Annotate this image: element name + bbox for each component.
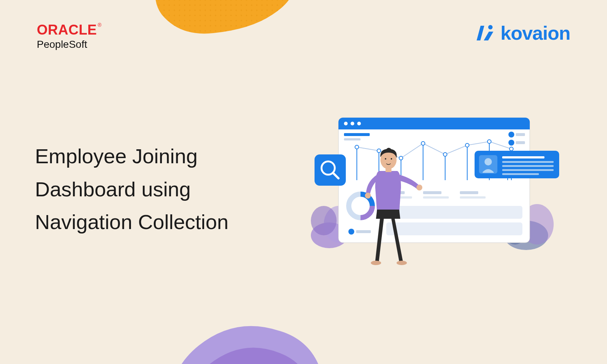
svg-point-30	[399, 156, 403, 160]
svg-rect-56	[502, 165, 554, 167]
svg-rect-46	[356, 230, 371, 233]
svg-rect-15	[344, 138, 361, 140]
heading-line-2: Dashboard using	[35, 173, 274, 206]
svg-rect-43	[386, 206, 522, 219]
oracle-registered: ®	[97, 22, 101, 28]
oracle-peoplesoft-logo: ORACLE® PeopleSoft	[37, 22, 102, 50]
svg-rect-54	[502, 156, 544, 158]
svg-point-11	[344, 122, 348, 125]
svg-point-12	[351, 122, 354, 125]
svg-rect-40	[423, 196, 449, 199]
svg-point-33	[465, 143, 469, 147]
svg-point-65	[385, 158, 386, 160]
heading-line-1: Employee Joining	[35, 140, 274, 173]
svg-rect-44	[386, 222, 522, 235]
svg-point-60	[397, 261, 407, 265]
svg-point-4	[311, 206, 337, 235]
svg-rect-41	[460, 191, 478, 194]
kovaion-icon	[476, 23, 496, 43]
dashboard-illustration	[302, 114, 567, 279]
svg-point-45	[348, 229, 354, 235]
svg-rect-39	[423, 191, 441, 194]
svg-rect-19	[516, 141, 525, 144]
peoplesoft-text: PeopleSoft	[37, 39, 102, 50]
svg-point-1	[488, 25, 493, 29]
svg-rect-47	[315, 154, 346, 186]
svg-point-53	[484, 158, 492, 165]
kovaion-text: kovaion	[501, 22, 571, 44]
svg-point-28	[355, 145, 359, 149]
kovaion-logo: kovaion	[476, 22, 571, 44]
heading-line-3: Navigation Collection	[35, 206, 274, 239]
svg-point-59	[371, 261, 381, 265]
svg-point-35	[510, 147, 513, 151]
svg-rect-42	[460, 196, 486, 199]
purple-blob-decoration	[147, 301, 331, 364]
svg-point-16	[508, 132, 514, 138]
svg-rect-17	[516, 133, 525, 136]
svg-point-31	[421, 142, 425, 145]
svg-point-34	[487, 140, 491, 143]
page-title: Employee Joining Dashboard using Navigat…	[35, 140, 274, 239]
svg-point-29	[377, 149, 381, 153]
svg-point-18	[508, 140, 514, 146]
oracle-text: ORACLE	[37, 22, 97, 38]
svg-rect-10	[338, 125, 530, 129]
profile-card	[475, 151, 559, 180]
search-card	[315, 154, 346, 186]
svg-rect-14	[344, 133, 370, 136]
svg-rect-58	[502, 173, 539, 175]
svg-rect-57	[502, 169, 554, 171]
svg-point-32	[443, 153, 447, 156]
svg-point-66	[391, 158, 392, 160]
svg-point-61	[365, 193, 371, 199]
svg-point-13	[357, 122, 361, 125]
dashboard-window	[338, 118, 530, 243]
svg-point-62	[416, 185, 422, 190]
svg-rect-55	[502, 161, 554, 163]
orange-blob-decoration	[147, 0, 302, 48]
